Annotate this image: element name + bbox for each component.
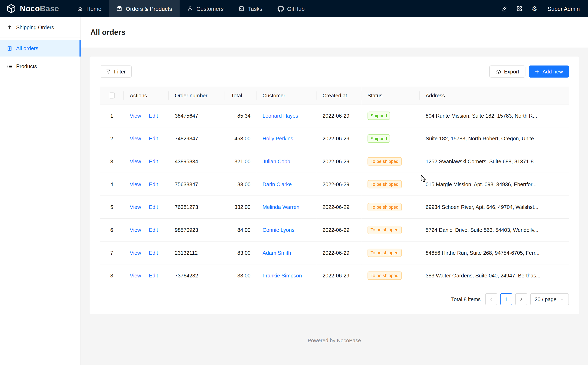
customer-link[interactable]: Melinda Warren: [262, 204, 299, 210]
created-at-cell: 2022-06-29: [317, 241, 362, 264]
table-row[interactable]: 1 ViewEdit 38475647 85.34 Leonard Hayes …: [100, 104, 569, 127]
edit-link[interactable]: Edit: [149, 159, 158, 164]
customer-link[interactable]: Leonard Hayes: [262, 113, 298, 119]
highlighter-icon[interactable]: [498, 2, 511, 15]
table-row[interactable]: 3 ViewEdit 43895834 321.00 Julian Cobb 2…: [100, 150, 569, 173]
nav-item-home[interactable]: Home: [69, 0, 109, 17]
nocobase-logo[interactable]: NocoBase: [0, 0, 69, 17]
sidebar-item-all-orders[interactable]: All orders: [0, 40, 80, 57]
actions-cell: ViewEdit: [124, 127, 169, 150]
order-number-cell: 38475647: [169, 104, 225, 127]
view-link[interactable]: View: [130, 159, 141, 164]
total-cell: 83.00: [225, 241, 256, 264]
view-link[interactable]: View: [130, 181, 141, 187]
total-cell: 321.00: [225, 150, 256, 173]
status-badge: To be shipped: [368, 203, 402, 211]
edit-link[interactable]: Edit: [149, 113, 158, 119]
row-index-cell: 1: [100, 104, 124, 127]
top-navbar: NocoBase Home Orders & Products: [0, 0, 588, 17]
nav-item-tasks[interactable]: Tasks: [231, 0, 270, 17]
add-new-button[interactable]: Add new: [529, 65, 569, 77]
sidebar-item-label: All orders: [16, 45, 38, 51]
edit-link[interactable]: Edit: [149, 273, 158, 279]
view-link[interactable]: View: [130, 250, 141, 256]
blocks-icon[interactable]: [513, 2, 526, 15]
table-toolbar: Filter Export: [100, 65, 569, 77]
gear-icon[interactable]: ⚙: [528, 2, 541, 15]
customer-link[interactable]: Darin Clarke: [262, 181, 291, 187]
sidebar-item-label: Products: [16, 63, 37, 69]
nav-item-label: Orders & Products: [126, 6, 172, 12]
row-index: 4: [110, 181, 113, 187]
select-all-column: [100, 87, 124, 104]
app-root: NocoBase Home Orders & Products: [0, 0, 588, 365]
total-cell: 85.34: [225, 104, 256, 127]
orders-card: Filter Export: [89, 56, 579, 314]
page-number-1[interactable]: 1: [500, 293, 512, 305]
customer-cell: Adam Smith: [256, 241, 317, 264]
pagination: Total 8 items 1 20 / page: [100, 293, 569, 305]
view-link[interactable]: View: [130, 273, 141, 279]
customer-link[interactable]: Adam Smith: [262, 250, 291, 256]
next-page-button[interactable]: [515, 293, 527, 305]
sidebar-item-shipping-orders[interactable]: Shipping Orders: [0, 17, 80, 37]
created-at-cell: 2022-06-29: [317, 264, 362, 287]
customer-link[interactable]: Connie Lyons: [262, 227, 294, 233]
nav-item-github[interactable]: GitHub: [270, 0, 312, 17]
edit-link[interactable]: Edit: [149, 136, 158, 141]
status-cell: To be shipped: [362, 219, 420, 242]
action-divider: [145, 182, 145, 187]
prev-page-button[interactable]: [485, 293, 497, 305]
customer-link[interactable]: Julian Cobb: [262, 159, 290, 164]
column-header-status: Status: [362, 87, 420, 104]
nav-item-orders-products[interactable]: Orders & Products: [109, 0, 180, 17]
table-row[interactable]: 8 ViewEdit 73764232 33.00 Frankie Simpso…: [100, 264, 569, 287]
table-row[interactable]: 6 ViewEdit 98570923 84.00 Connie Lyons 2…: [100, 219, 569, 242]
export-button[interactable]: Export: [489, 65, 525, 77]
customer-cell: Darin Clarke: [256, 173, 317, 196]
view-link[interactable]: View: [130, 136, 141, 141]
created-at-cell: 2022-06-29: [317, 150, 362, 173]
filter-button[interactable]: Filter: [100, 65, 132, 77]
total-cell: 332.00: [225, 196, 256, 219]
row-index: 3: [110, 159, 113, 164]
table-row[interactable]: 7 ViewEdit 23132112 83.00 Adam Smith 202…: [100, 241, 569, 264]
created-at-cell: 2022-06-29: [317, 219, 362, 242]
view-link[interactable]: View: [130, 204, 141, 210]
row-index-cell: 3: [100, 150, 124, 173]
actions-cell: ViewEdit: [124, 196, 169, 219]
address-cell: Suite 182, 15783, North Robert, Oregon, …: [420, 127, 569, 150]
orders-file-icon: [7, 45, 12, 51]
nav-item-customers[interactable]: Customers: [180, 0, 231, 17]
edit-link[interactable]: Edit: [149, 181, 158, 187]
table-row[interactable]: 5 ViewEdit 76381273 332.00 Melinda Warre…: [100, 196, 569, 219]
actions-cell: ViewEdit: [124, 219, 169, 242]
current-user[interactable]: Super Admin: [548, 6, 580, 12]
edit-link[interactable]: Edit: [149, 227, 158, 233]
created-at-cell: 2022-06-29: [317, 104, 362, 127]
table-row[interactable]: 4 ViewEdit 75638347 83.00 Darin Clarke 2…: [100, 173, 569, 196]
customer-link[interactable]: Frankie Simpson: [262, 273, 302, 279]
order-number-cell: 75638347: [169, 173, 225, 196]
row-index-cell: 5: [100, 196, 124, 219]
table-row[interactable]: 2 ViewEdit 74829847 453.00 Holly Perkins…: [100, 127, 569, 150]
column-header-total: Total: [225, 87, 256, 104]
action-divider: [145, 274, 145, 279]
edit-link[interactable]: Edit: [149, 250, 158, 256]
action-divider: [145, 251, 145, 256]
select-all-checkbox[interactable]: [109, 93, 115, 99]
orders-table: ActionsOrder numberTotalCustomerCreated …: [100, 87, 569, 288]
nav-item-label: Customers: [196, 6, 224, 12]
action-divider: [145, 136, 145, 142]
edit-link[interactable]: Edit: [149, 204, 158, 210]
sidebar-item-products[interactable]: Products: [0, 58, 80, 75]
view-link[interactable]: View: [130, 227, 141, 233]
filter-icon: [106, 69, 111, 74]
column-header-order: Order number: [169, 87, 225, 104]
address-cell: 015 Margie Mission, Apt. 093, 34936, Ebe…: [420, 173, 569, 196]
address-cell: 1252 Swaniawski Corners, Suite 688, 8137…: [420, 150, 569, 173]
view-link[interactable]: View: [130, 113, 141, 119]
order-number-cell: 74829847: [169, 127, 225, 150]
customer-link[interactable]: Holly Perkins: [262, 136, 293, 141]
page-size-select[interactable]: 20 / page: [530, 293, 569, 305]
